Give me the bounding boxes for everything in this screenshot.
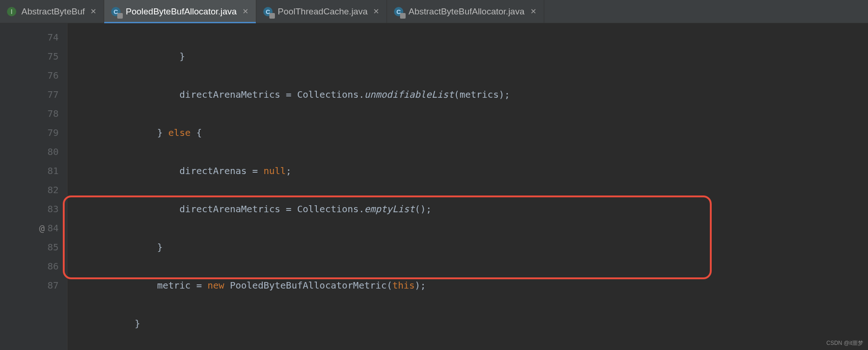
line-number: 76 — [0, 66, 59, 85]
class-icon: C — [394, 7, 404, 17]
line-number: 82 — [0, 181, 59, 200]
tab-abstract-allocator[interactable]: C AbstractByteBufAllocator.java ✕ — [387, 0, 544, 23]
class-icon: C — [263, 7, 273, 17]
tab-label: AbstractByteBufAllocator.java — [408, 7, 524, 17]
line-number: 87 — [0, 276, 59, 295]
line-number: 78 — [0, 104, 59, 123]
tab-abstract-bytebuf[interactable]: I AbstractByteBuf ✕ — [0, 0, 104, 23]
svg-text:I: I — [11, 8, 13, 15]
close-icon[interactable]: ✕ — [529, 7, 537, 16]
editor: 74 75 76 77 78 79 80 81 82 83 @84 85 86 … — [0, 23, 868, 350]
close-icon[interactable]: ✕ — [241, 7, 249, 16]
code-line: directArenaMetrics = Collections.emptyLi… — [67, 200, 868, 219]
close-icon[interactable]: ✕ — [372, 7, 380, 16]
code-line: directArenas = null; — [67, 162, 868, 181]
code-line: } — [67, 47, 868, 66]
code-line: } else { — [67, 123, 868, 142]
line-number: 77 — [0, 85, 59, 104]
code-line: } — [67, 314, 868, 333]
line-number: 74 — [0, 28, 59, 47]
watermark: CSDN @it噩梦 — [826, 339, 863, 347]
line-number: @84 — [0, 219, 59, 238]
tab-label: PooledByteBufAllocator.java — [126, 7, 237, 17]
lock-icon — [400, 13, 406, 19]
lock-icon — [117, 13, 123, 19]
gutter-annotation-icon: @ — [39, 219, 45, 238]
tab-pooled-allocator[interactable]: C PooledByteBufAllocator.java ✕ — [104, 0, 256, 23]
lock-icon — [269, 13, 275, 19]
code-line: } — [67, 238, 868, 257]
line-number: 83 — [0, 200, 59, 219]
close-icon[interactable]: ✕ — [89, 7, 97, 16]
class-icon: C — [111, 7, 121, 17]
line-number: 86 — [0, 257, 59, 276]
line-number: 75 — [0, 47, 59, 66]
code-line: directArenaMetrics = Collections.unmodif… — [67, 85, 868, 104]
line-number: 81 — [0, 162, 59, 181]
line-number: 85 — [0, 238, 59, 257]
tab-label: PoolThreadCache.java — [278, 7, 367, 17]
tab-bar: I AbstractByteBuf ✕ C PooledByteBufAlloc… — [0, 0, 868, 23]
tab-label: AbstractByteBuf — [21, 7, 85, 17]
code-area[interactable]: } directArenaMetrics = Collections.unmod… — [67, 23, 868, 350]
code-line: metric = new PooledByteBufAllocatorMetri… — [67, 276, 868, 295]
gutter: 74 75 76 77 78 79 80 81 82 83 @84 85 86 … — [0, 23, 67, 350]
line-number: 79 — [0, 123, 59, 142]
line-number: 80 — [0, 142, 59, 162]
interface-icon: I — [7, 7, 17, 17]
tab-pool-thread-cache[interactable]: C PoolThreadCache.java ✕ — [256, 0, 387, 23]
